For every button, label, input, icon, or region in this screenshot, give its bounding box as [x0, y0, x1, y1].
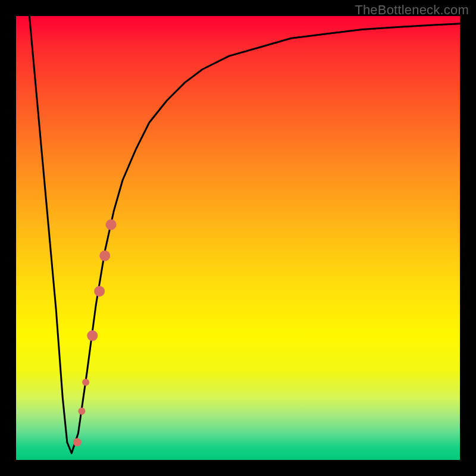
- highlight-point: [82, 379, 89, 386]
- highlight-point: [78, 408, 85, 415]
- highlight-point: [99, 250, 110, 261]
- highlight-point: [94, 286, 105, 297]
- chart-frame: TheBottleneck.com: [0, 0, 476, 476]
- chart-svg: [16, 16, 460, 460]
- highlight-point: [73, 438, 82, 446]
- bottleneck-curve: [29, 16, 460, 453]
- highlighted-points-group: [73, 220, 117, 447]
- highlight-point: [106, 220, 117, 230]
- watermark-text: TheBottleneck.com: [355, 2, 469, 18]
- highlight-point: [87, 330, 98, 341]
